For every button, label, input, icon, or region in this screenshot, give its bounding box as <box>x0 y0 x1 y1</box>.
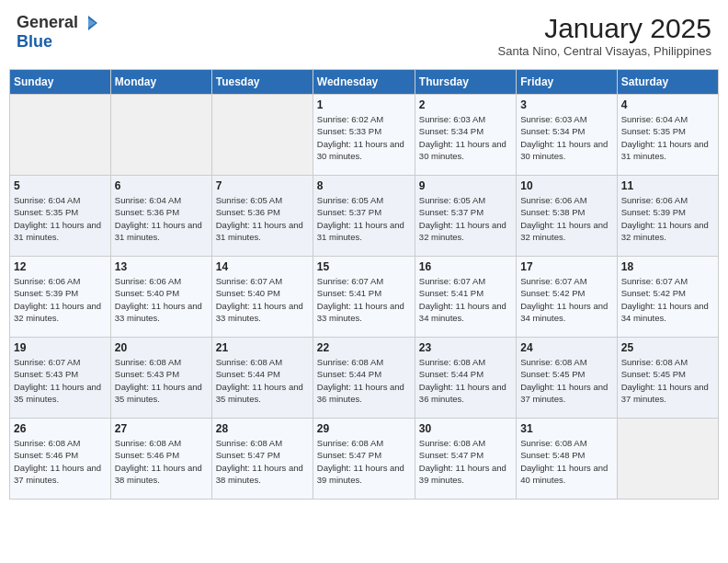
day-info: Sunrise: 6:08 AMSunset: 5:46 PMDaylight:… <box>14 437 107 486</box>
day-info: Sunrise: 6:03 AMSunset: 5:34 PMDaylight:… <box>419 113 512 162</box>
calendar-cell: 1Sunrise: 6:02 AMSunset: 5:33 PMDaylight… <box>313 95 415 176</box>
calendar-cell: 20Sunrise: 6:08 AMSunset: 5:43 PMDayligh… <box>110 338 211 419</box>
week-row-3: 12Sunrise: 6:06 AMSunset: 5:39 PMDayligh… <box>10 257 719 338</box>
day-info: Sunrise: 6:04 AMSunset: 5:35 PMDaylight:… <box>621 113 714 162</box>
day-info: Sunrise: 6:05 AMSunset: 5:37 PMDaylight:… <box>419 194 512 243</box>
day-number: 21 <box>216 341 309 354</box>
calendar-cell: 31Sunrise: 6:08 AMSunset: 5:48 PMDayligh… <box>517 419 617 500</box>
day-info: Sunrise: 6:08 AMSunset: 5:43 PMDaylight:… <box>115 356 208 405</box>
day-info: Sunrise: 6:08 AMSunset: 5:45 PMDaylight:… <box>520 356 612 405</box>
calendar-cell: 15Sunrise: 6:07 AMSunset: 5:41 PMDayligh… <box>313 257 415 338</box>
logo-general: General <box>17 13 78 32</box>
day-number: 4 <box>621 98 714 111</box>
day-info: Sunrise: 6:07 AMSunset: 5:42 PMDaylight:… <box>520 275 612 324</box>
day-info: Sunrise: 6:08 AMSunset: 5:48 PMDaylight:… <box>520 437 612 486</box>
weekday-header-monday: Monday <box>110 70 211 95</box>
day-info: Sunrise: 6:08 AMSunset: 5:47 PMDaylight:… <box>216 437 309 486</box>
day-number: 14 <box>216 260 309 273</box>
day-info: Sunrise: 6:07 AMSunset: 5:41 PMDaylight:… <box>419 275 512 324</box>
day-number: 1 <box>317 98 411 111</box>
day-number: 30 <box>419 422 512 435</box>
day-number: 9 <box>419 179 512 192</box>
day-info: Sunrise: 6:06 AMSunset: 5:39 PMDaylight:… <box>621 194 714 243</box>
weekday-header-friday: Friday <box>517 70 617 95</box>
calendar-cell <box>10 95 111 176</box>
day-number: 16 <box>419 260 512 273</box>
weekday-header-tuesday: Tuesday <box>211 70 313 95</box>
weekday-header-wednesday: Wednesday <box>313 70 415 95</box>
calendar-cell: 5Sunrise: 6:04 AMSunset: 5:35 PMDaylight… <box>10 176 111 257</box>
calendar-cell: 10Sunrise: 6:06 AMSunset: 5:38 PMDayligh… <box>517 176 617 257</box>
day-number: 2 <box>419 98 512 111</box>
calendar-cell: 28Sunrise: 6:08 AMSunset: 5:47 PMDayligh… <box>211 419 313 500</box>
calendar-cell: 18Sunrise: 6:07 AMSunset: 5:42 PMDayligh… <box>617 257 718 338</box>
calendar-cell: 25Sunrise: 6:08 AMSunset: 5:45 PMDayligh… <box>617 338 718 419</box>
weekday-header-thursday: Thursday <box>415 70 516 95</box>
weekday-header-sunday: Sunday <box>10 70 111 95</box>
week-row-5: 26Sunrise: 6:08 AMSunset: 5:46 PMDayligh… <box>10 419 719 500</box>
calendar-cell: 6Sunrise: 6:04 AMSunset: 5:36 PMDaylight… <box>110 176 211 257</box>
calendar-cell: 14Sunrise: 6:07 AMSunset: 5:40 PMDayligh… <box>211 257 313 338</box>
month-title: January 2025 <box>498 13 711 44</box>
day-info: Sunrise: 6:06 AMSunset: 5:40 PMDaylight:… <box>115 275 208 324</box>
day-number: 28 <box>216 422 309 435</box>
day-number: 26 <box>14 422 107 435</box>
day-number: 6 <box>115 179 208 192</box>
logo-flag-icon <box>79 15 97 31</box>
day-info: Sunrise: 6:07 AMSunset: 5:42 PMDaylight:… <box>621 275 714 324</box>
logo-blue: Blue <box>17 32 52 52</box>
day-number: 13 <box>115 260 208 273</box>
day-number: 15 <box>317 260 411 273</box>
week-row-1: 1Sunrise: 6:02 AMSunset: 5:33 PMDaylight… <box>10 95 719 176</box>
week-row-4: 19Sunrise: 6:07 AMSunset: 5:43 PMDayligh… <box>10 338 719 419</box>
weekday-header-row: SundayMondayTuesdayWednesdayThursdayFrid… <box>10 70 719 95</box>
day-info: Sunrise: 6:05 AMSunset: 5:36 PMDaylight:… <box>216 194 309 243</box>
day-info: Sunrise: 6:08 AMSunset: 5:47 PMDaylight:… <box>419 437 512 486</box>
day-number: 12 <box>14 260 107 273</box>
location-subtitle: Santa Nino, Central Visayas, Philippines <box>498 44 711 58</box>
calendar-cell: 26Sunrise: 6:08 AMSunset: 5:46 PMDayligh… <box>10 419 111 500</box>
day-number: 25 <box>621 341 714 354</box>
day-info: Sunrise: 6:06 AMSunset: 5:38 PMDaylight:… <box>520 194 612 243</box>
calendar-cell: 23Sunrise: 6:08 AMSunset: 5:44 PMDayligh… <box>415 338 516 419</box>
day-info: Sunrise: 6:08 AMSunset: 5:44 PMDaylight:… <box>419 356 512 405</box>
day-info: Sunrise: 6:03 AMSunset: 5:34 PMDaylight:… <box>520 113 612 162</box>
calendar-cell: 13Sunrise: 6:06 AMSunset: 5:40 PMDayligh… <box>110 257 211 338</box>
day-info: Sunrise: 6:06 AMSunset: 5:39 PMDaylight:… <box>14 275 107 324</box>
day-number: 3 <box>520 98 612 111</box>
day-number: 24 <box>520 341 612 354</box>
day-info: Sunrise: 6:08 AMSunset: 5:44 PMDaylight:… <box>317 356 411 405</box>
day-info: Sunrise: 6:04 AMSunset: 5:36 PMDaylight:… <box>115 194 208 243</box>
day-info: Sunrise: 6:08 AMSunset: 5:47 PMDaylight:… <box>317 437 411 486</box>
day-number: 5 <box>14 179 107 192</box>
calendar-cell: 19Sunrise: 6:07 AMSunset: 5:43 PMDayligh… <box>10 338 111 419</box>
calendar-cell: 22Sunrise: 6:08 AMSunset: 5:44 PMDayligh… <box>313 338 415 419</box>
calendar-cell: 24Sunrise: 6:08 AMSunset: 5:45 PMDayligh… <box>517 338 617 419</box>
day-number: 19 <box>14 341 107 354</box>
day-number: 27 <box>115 422 208 435</box>
day-info: Sunrise: 6:07 AMSunset: 5:40 PMDaylight:… <box>216 275 309 324</box>
day-info: Sunrise: 6:07 AMSunset: 5:41 PMDaylight:… <box>317 275 411 324</box>
day-number: 17 <box>520 260 612 273</box>
calendar-cell: 30Sunrise: 6:08 AMSunset: 5:47 PMDayligh… <box>415 419 516 500</box>
day-info: Sunrise: 6:08 AMSunset: 5:44 PMDaylight:… <box>216 356 309 405</box>
day-number: 10 <box>520 179 612 192</box>
calendar-cell: 27Sunrise: 6:08 AMSunset: 5:46 PMDayligh… <box>110 419 211 500</box>
calendar-cell <box>211 95 313 176</box>
calendar-cell: 9Sunrise: 6:05 AMSunset: 5:37 PMDaylight… <box>415 176 516 257</box>
day-number: 23 <box>419 341 512 354</box>
calendar-cell <box>617 419 718 500</box>
day-number: 20 <box>115 341 208 354</box>
calendar-cell <box>110 95 211 176</box>
day-info: Sunrise: 6:08 AMSunset: 5:46 PMDaylight:… <box>115 437 208 486</box>
day-number: 8 <box>317 179 411 192</box>
day-info: Sunrise: 6:08 AMSunset: 5:45 PMDaylight:… <box>621 356 714 405</box>
day-info: Sunrise: 6:04 AMSunset: 5:35 PMDaylight:… <box>14 194 107 243</box>
calendar-cell: 29Sunrise: 6:08 AMSunset: 5:47 PMDayligh… <box>313 419 415 500</box>
calendar-cell: 4Sunrise: 6:04 AMSunset: 5:35 PMDaylight… <box>617 95 718 176</box>
weekday-header-saturday: Saturday <box>617 70 718 95</box>
calendar-cell: 3Sunrise: 6:03 AMSunset: 5:34 PMDaylight… <box>517 95 617 176</box>
day-info: Sunrise: 6:02 AMSunset: 5:33 PMDaylight:… <box>317 113 411 162</box>
calendar-cell: 7Sunrise: 6:05 AMSunset: 5:36 PMDaylight… <box>211 176 313 257</box>
calendar-table: SundayMondayTuesdayWednesdayThursdayFrid… <box>9 69 719 500</box>
